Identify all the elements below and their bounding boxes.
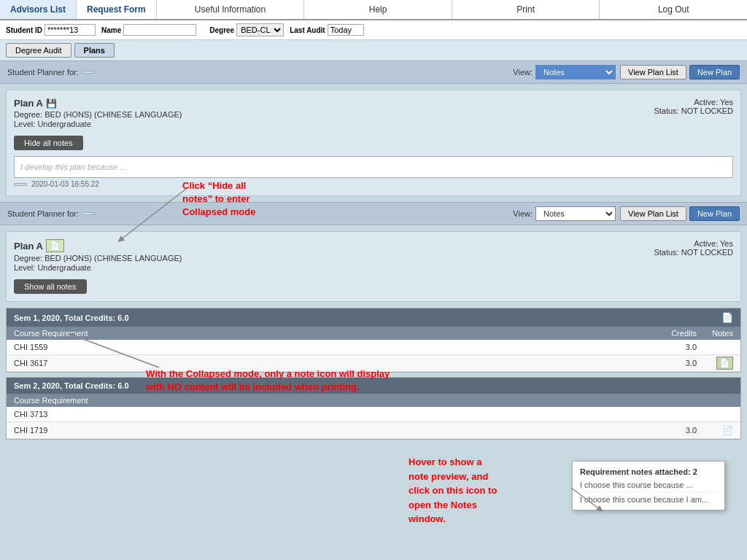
hide-notes-btn[interactable]: Hide all notes [14,136,83,150]
tab-degree-audit[interactable]: Degree Audit [6,43,71,58]
planner-section-2: Student Planner for: View: Notes View Pl… [0,202,747,302]
note-doc-icon-chi3617[interactable]: 📄 [716,357,733,370]
nav-logout[interactable]: Log Out [600,0,747,19]
popup-item-1: I choose this course because ... [580,481,717,492]
view-select-2[interactable]: Notes [535,206,616,221]
note-icon-collapsed[interactable]: 📄 [46,239,64,252]
plan-a-card-1: Plan A 💾 Degree: BED (HONS) (CHINESE LAN… [6,90,741,196]
note-text-1: I develop this plan because ... [14,156,733,178]
last-audit-group: Last Audit [290,24,364,36]
notes-chi3617[interactable]: 📄 [697,358,733,368]
credits-chi1559: 3.0 [638,343,697,351]
student-planner-label-1: Student Planner for: [7,68,79,77]
degree-select[interactable]: BED-CL [236,23,284,36]
sem2-col-header: Course Requirement [7,394,740,407]
planner-section-1: Student Planner for: View: Notes View Pl… [0,61,747,196]
name-label: Name [101,26,121,34]
nav-request-form[interactable]: Request Form [77,0,157,19]
note-doc-icon-chi1719[interactable]: 📄 [722,425,733,435]
sem1-table: Sem 1, 2020, Total Credits: 6.0 📄 Course… [6,308,741,373]
sem1-note-icon-header[interactable]: 📄 [721,312,733,323]
annotation-3: Hover to show a note preview, and click … [409,455,497,526]
plan-title-2: Plan A 📄 [14,239,182,252]
sem2-header: Sem 2, 2020, Total Credits: 6.0 [7,378,740,394]
view-label-2: View: [513,209,533,218]
nav-help[interactable]: Help [304,0,452,19]
popup-title: Requirement notes attached: 2 [580,467,717,476]
show-notes-btn[interactable]: Show all notes [14,279,87,294]
sem2-table: Sem 2, 2020, Total Credits: 6.0 Course R… [6,377,741,440]
credits-chi3617: 3.0 [638,359,697,368]
student-name-1 [82,71,95,74]
nav-advisors-list[interactable]: Advisors List [0,0,77,19]
student-id-group: Student ID [6,24,96,36]
plan-title-1: Plan A 💾 [14,98,182,109]
table-row: CHI 1719 3.0 📄 [7,422,740,439]
plan-level-2: Level: Undergraduate [14,263,182,272]
name-group: Name [101,24,196,36]
plan-active-1: Active: Yes [654,98,733,106]
plan-right-1: Active: Yes Status: NOT LOCKED [654,98,733,128]
student-name-2 [82,212,95,215]
degree-group: Degree BED-CL [209,23,284,36]
view-label-1: View: [513,68,533,77]
note-date-1: 2020-01-03 16:55.22 [31,180,99,188]
table-row: CHI 3617 3.0 📄 [7,355,740,372]
degree-label: Degree [209,26,234,34]
plan-degree-1: Degree: BED (HONS) (CHINESE LANGUAGE) [14,110,182,119]
sem1-header: Sem 1, 2020, Total Credits: 6.0 📄 [7,308,740,327]
tab-plans[interactable]: Plans [74,43,115,58]
view-select-1[interactable]: Notes [535,65,616,79]
course-chi1719: CHI 1719 [14,426,638,435]
notes-chi1719[interactable]: 📄 [697,425,733,435]
student-id-label: Student ID [6,26,42,34]
course-chi1559: CHI 1559 [14,343,638,351]
table-row: CHI 1559 3.0 [7,340,740,355]
last-audit-input[interactable] [328,24,364,36]
credits-chi1719: 3.0 [638,426,697,435]
view-plan-list-btn-2[interactable]: View Plan List [620,206,686,221]
planner-header-2: Student Planner for: View: Notes View Pl… [0,202,747,225]
plan-degree-2: Degree: BED (HONS) (CHINESE LANGUAGE) [14,254,182,262]
popup-item-2: I choose this course because I am... [580,495,717,504]
new-plan-btn-1[interactable]: New Plan [689,65,740,79]
plan-status-2: Status: NOT LOCKED [654,248,733,257]
plan-status-1: Status: NOT LOCKED [654,106,733,115]
note-meta-1: 2020-01-03 16:55.22 [14,180,733,188]
main-scroll-area: Student Planner for: View: Notes View Pl… [0,61,747,560]
nav-useful-info[interactable]: Useful Information [157,0,305,19]
table-row: CHI 3713 [7,407,740,422]
sem1-col-header: Course Requirement Credits Notes [7,327,740,340]
plan-right-2: Active: Yes Status: NOT LOCKED [654,239,733,272]
plan-left-1: Plan A 💾 Degree: BED (HONS) (CHINESE LAN… [14,98,182,128]
nav-print[interactable]: Print [452,0,600,19]
note-popup: Requirement notes attached: 2 I choose t… [572,461,725,510]
student-id-input[interactable] [44,24,96,36]
name-input[interactable] [123,24,196,36]
plan-level-1: Level: Undergraduate [14,120,182,128]
save-icon-1: 💾 [46,98,57,109]
course-chi3713: CHI 3713 [14,410,638,419]
plan-a-card-2: Plan A 📄 Degree: BED (HONS) (CHINESE LAN… [6,231,741,302]
plan-left-2: Plan A 📄 Degree: BED (HONS) (CHINESE LAN… [14,239,182,272]
planner-header-1: Student Planner for: View: Notes View Pl… [0,61,747,84]
note-author-1 [14,183,27,186]
plan-active-2: Active: Yes [654,239,733,248]
student-planner-label-2: Student Planner for: [7,209,79,218]
view-plan-list-btn-1[interactable]: View Plan List [620,65,686,79]
course-chi3617: CHI 3617 [14,359,638,368]
new-plan-btn-2[interactable]: New Plan [689,206,740,221]
last-audit-label: Last Audit [290,26,325,34]
